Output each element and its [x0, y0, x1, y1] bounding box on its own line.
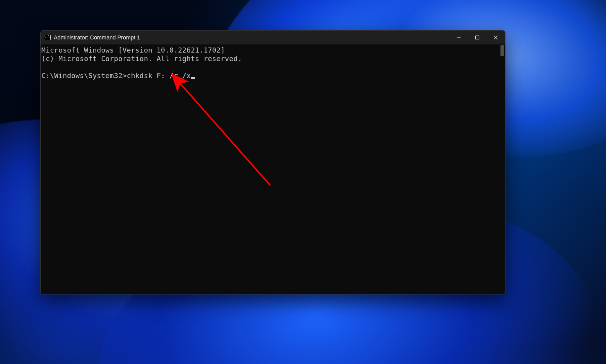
- window-controls: [449, 31, 505, 44]
- terminal-line: (c) Microsoft Corporation. All rights re…: [41, 54, 242, 63]
- command-prompt-window: Administrator: Command Prompt 1 Microsof…: [40, 30, 505, 294]
- minimize-button[interactable]: [449, 31, 468, 44]
- scrollbar-thumb[interactable]: [500, 45, 504, 56]
- terminal-output: Microsoft Windows [Version 10.0.22621.17…: [41, 46, 505, 80]
- scrollbar-track[interactable]: [499, 44, 504, 294]
- terminal-prompt: C:\Windows\System32>: [41, 71, 127, 80]
- svg-rect-1: [476, 36, 479, 39]
- terminal-command: chkdsk F: /r /x: [127, 71, 191, 80]
- window-title: Administrator: Command Prompt 1: [54, 34, 140, 41]
- titlebar-left: Administrator: Command Prompt 1: [44, 34, 140, 41]
- cmd-icon: [44, 35, 51, 40]
- minimize-icon: [456, 35, 461, 40]
- terminal-line: Microsoft Windows [Version 10.0.22621.17…: [41, 46, 225, 54]
- maximize-button[interactable]: [468, 31, 487, 44]
- close-button[interactable]: [487, 31, 505, 44]
- terminal-area[interactable]: Microsoft Windows [Version 10.0.22621.17…: [41, 44, 505, 294]
- close-icon: [493, 35, 498, 40]
- terminal-cursor: [191, 77, 195, 79]
- window-titlebar[interactable]: Administrator: Command Prompt 1: [41, 31, 505, 44]
- maximize-icon: [475, 35, 480, 40]
